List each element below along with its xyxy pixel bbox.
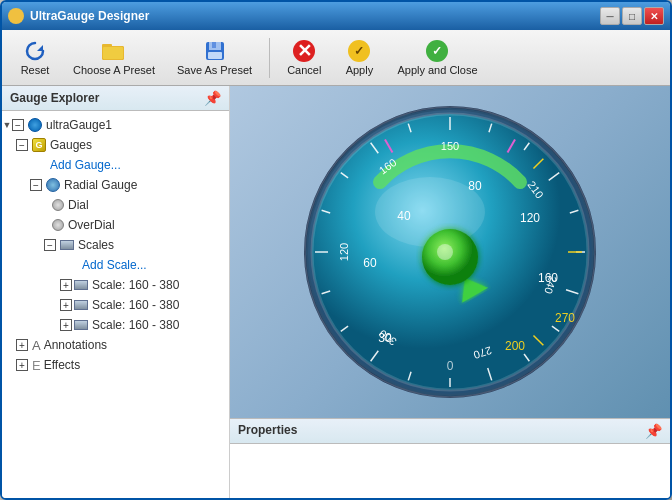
ultragauge-label: ultraGauge1 [46, 118, 112, 132]
tree-item-scale2[interactable]: + Scale: 160 - 380 [2, 295, 229, 315]
scales-label: Scales [78, 238, 114, 252]
properties-header: Properties 📌 [230, 419, 670, 444]
group-icon: G [32, 138, 46, 152]
gauge-display: 150 210 240 270 300 120 160 60 30 0 40 8… [230, 86, 670, 418]
svg-text:120: 120 [338, 243, 350, 261]
expand-icon: ▼ [2, 120, 12, 130]
apply-label: Apply [346, 64, 374, 76]
svg-text:120: 120 [520, 211, 540, 225]
apply-close-button[interactable]: ✓ Apply and Close [388, 35, 486, 81]
gauge-container: 150 210 240 270 300 120 160 60 30 0 40 8… [300, 102, 600, 402]
tree-item-radial-gauge[interactable]: − Radial Gauge [2, 175, 229, 195]
toolbar-separator-1 [269, 38, 270, 78]
scale2-icon [74, 300, 88, 310]
main-window: UltraGauge Designer ─ □ ✕ Reset [0, 0, 672, 500]
svg-text:160: 160 [538, 271, 558, 285]
collapse-box-icon[interactable]: − [12, 119, 24, 131]
scale2-label: Scale: 160 - 380 [92, 298, 179, 312]
save-icon [203, 40, 227, 62]
tree-item-scale3[interactable]: + Scale: 160 - 380 [2, 315, 229, 335]
reset-button[interactable]: Reset [10, 35, 60, 81]
apply-close-icon: ✓ [425, 40, 449, 62]
cancel-button[interactable]: ✕ Cancel [278, 35, 330, 81]
annotation-icon: A [32, 338, 41, 353]
svg-text:150: 150 [441, 140, 459, 152]
effects-icon: E [32, 358, 41, 373]
expand-box-scale1[interactable]: + [60, 279, 72, 291]
overdial-label: OverDial [68, 218, 115, 232]
scale1-icon [74, 280, 88, 290]
tree-item-add-gauge[interactable]: Add Gauge... [2, 155, 229, 175]
maximize-button[interactable]: □ [622, 7, 642, 25]
scale3-label: Scale: 160 - 380 [92, 318, 179, 332]
tree-area: ▼ − ultraGauge1 − G Gauges [2, 111, 229, 498]
app-icon [8, 8, 24, 24]
close-button[interactable]: ✕ [644, 7, 664, 25]
tree-item-dial[interactable]: Dial [2, 195, 229, 215]
gauge-svg: 150 210 240 270 300 120 160 60 30 0 40 8… [300, 102, 600, 402]
expand-box-scale3[interactable]: + [60, 319, 72, 331]
toolbar: Reset Choose A Preset [2, 30, 670, 86]
svg-text:30: 30 [378, 331, 392, 345]
annotations-label: Annotations [44, 338, 107, 352]
scale3-icon [74, 320, 88, 330]
content-area: 150 210 240 270 300 120 160 60 30 0 40 8… [230, 86, 670, 498]
add-scale-link[interactable]: Add Scale... [82, 258, 147, 272]
svg-point-56 [437, 244, 453, 260]
expand-box-annotations[interactable]: + [16, 339, 28, 351]
pin-icon: 📌 [204, 90, 221, 106]
scales-icon [60, 240, 74, 250]
tree-item-ultragauge1[interactable]: ▼ − ultraGauge1 [2, 115, 229, 135]
svg-text:0: 0 [447, 359, 454, 373]
svg-rect-4 [103, 47, 123, 59]
effects-label: Effects [44, 358, 80, 372]
dial-icon [52, 199, 64, 211]
main-area: Gauge Explorer 📌 ▼ − ultraGauge1 − G [2, 86, 670, 498]
svg-text:200: 200 [505, 339, 525, 353]
tree-item-annotations[interactable]: + A Annotations [2, 335, 229, 355]
radial-gauge-label: Radial Gauge [64, 178, 137, 192]
dial-label: Dial [68, 198, 89, 212]
window-title: UltraGauge Designer [30, 9, 149, 23]
tree-item-gauges[interactable]: − G Gauges [2, 135, 229, 155]
apply-icon: ✓ [347, 40, 371, 62]
reset-label: Reset [21, 64, 50, 76]
collapse-box-icon-gauges[interactable]: − [16, 139, 28, 151]
svg-text:40: 40 [397, 209, 411, 223]
tree-item-overdial[interactable]: OverDial [2, 215, 229, 235]
window-controls: ─ □ ✕ [600, 7, 664, 25]
collapse-box-scales[interactable]: − [44, 239, 56, 251]
scale1-label: Scale: 160 - 380 [92, 278, 179, 292]
tree-item-scales[interactable]: − Scales [2, 235, 229, 255]
properties-panel: Properties 📌 [230, 418, 670, 498]
expand-box-effects[interactable]: + [16, 359, 28, 371]
overdial-icon [52, 219, 64, 231]
properties-pin-icon: 📌 [645, 423, 662, 439]
minimize-button[interactable]: ─ [600, 7, 620, 25]
apply-close-label: Apply and Close [397, 64, 477, 76]
add-gauge-link[interactable]: Add Gauge... [50, 158, 121, 172]
collapse-box-radial[interactable]: − [30, 179, 42, 191]
reset-icon [23, 40, 47, 62]
gauges-label: Gauges [50, 138, 92, 152]
save-preset-button[interactable]: Save As Preset [168, 35, 261, 81]
apply-button[interactable]: ✓ Apply [334, 35, 384, 81]
globe-icon [28, 118, 42, 132]
svg-rect-8 [208, 52, 222, 59]
tree-item-scale1[interactable]: + Scale: 160 - 380 [2, 275, 229, 295]
choose-preset-button[interactable]: Choose A Preset [64, 35, 164, 81]
cancel-label: Cancel [287, 64, 321, 76]
properties-title: Properties [238, 423, 297, 439]
expand-box-scale2[interactable]: + [60, 299, 72, 311]
folder-icon [102, 40, 126, 62]
sidebar-title: Gauge Explorer [10, 91, 99, 105]
save-preset-label: Save As Preset [177, 64, 252, 76]
tree-item-add-scale[interactable]: Add Scale... [2, 255, 229, 275]
title-bar: UltraGauge Designer ─ □ ✕ [2, 2, 670, 30]
cancel-icon: ✕ [292, 40, 316, 62]
sidebar-header: Gauge Explorer 📌 [2, 86, 229, 111]
tree-item-effects[interactable]: + E Effects [2, 355, 229, 375]
svg-rect-7 [212, 42, 216, 48]
svg-text:60: 60 [363, 256, 377, 270]
svg-text:80: 80 [468, 179, 482, 193]
